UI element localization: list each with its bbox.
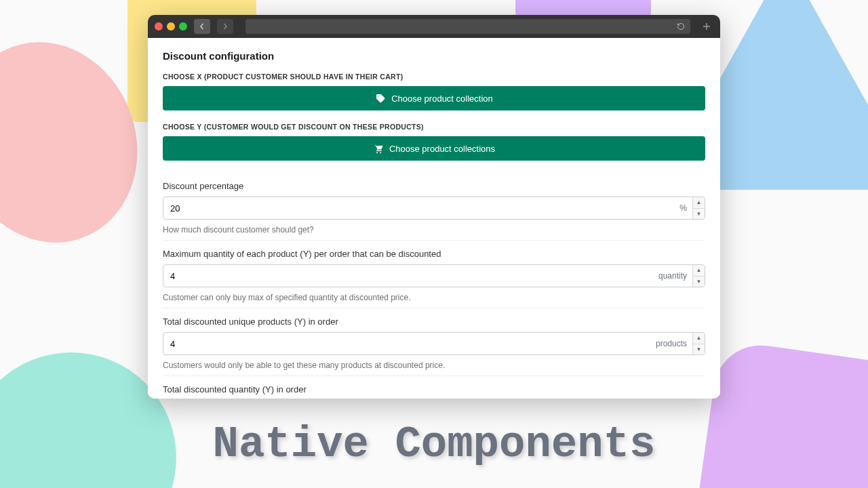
unique-products-input[interactable] [163, 333, 650, 354]
max-quantity-hint: Customer can only buy max of specified q… [163, 293, 705, 302]
new-tab-button[interactable] [700, 20, 713, 33]
footer-caption: Native Components [0, 420, 868, 469]
unique-products-suffix: products [650, 333, 692, 354]
max-quantity-stepper: ▲ ▼ [692, 265, 705, 287]
stepper-up-icon[interactable]: ▲ [693, 197, 705, 209]
stepper-down-icon[interactable]: ▼ [693, 344, 705, 355]
max-quantity-input[interactable] [163, 265, 653, 287]
cart-icon [373, 143, 384, 154]
unique-products-hint: Customers would only be able to get thes… [163, 361, 705, 370]
field-max-quantity: Maximum quantity of each product (Y) per… [163, 240, 705, 308]
stepper-down-icon[interactable]: ▼ [693, 209, 705, 220]
window-maximize-icon[interactable] [179, 22, 187, 30]
stepper-up-icon[interactable]: ▲ [693, 265, 705, 277]
field-discount-percentage: Discount percentage % ▲ ▼ How much disco… [163, 173, 705, 240]
discount-percentage-stepper: ▲ ▼ [692, 197, 705, 219]
choose-y-label: CHOOSE Y (CUSTOMER WOULD GET DISCOUNT ON… [163, 123, 705, 131]
field-total-quantity: Total discounted quantity (Y) in order p… [163, 375, 705, 399]
choose-x-button-label: Choose product collection [391, 94, 493, 104]
tag-icon [375, 93, 386, 104]
field-unique-products: Total discounted unique products (Y) in … [163, 308, 705, 375]
max-quantity-label: Maximum quantity of each product (Y) per… [163, 249, 705, 259]
stepper-up-icon[interactable]: ▲ [693, 333, 705, 344]
reload-icon[interactable] [677, 22, 685, 30]
page-content: Discount configuration CHOOSE X (PRODUCT… [148, 38, 720, 399]
stepper-down-icon[interactable]: ▼ [693, 277, 705, 287]
unique-products-input-row: products ▲ ▼ [163, 332, 705, 355]
total-quantity-label: Total discounted quantity (Y) in order [163, 384, 705, 394]
discount-percentage-hint: How much discount customer should get? [163, 225, 705, 235]
nav-back-button[interactable] [194, 19, 210, 34]
choose-x-button[interactable]: Choose product collection [163, 86, 705, 110]
window-close-icon[interactable] [155, 22, 163, 30]
choose-x-label: CHOOSE X (PRODUCT CUSTOMER SHOULD HAVE I… [163, 73, 705, 81]
discount-percentage-suffix: % [674, 197, 692, 219]
page-title: Discount configuration [163, 50, 705, 62]
discount-percentage-input[interactable] [163, 197, 674, 219]
discount-percentage-label: Discount percentage [163, 181, 705, 191]
browser-titlebar [148, 15, 720, 38]
choose-y-button[interactable]: Choose product collections [163, 136, 705, 161]
nav-forward-button[interactable] [217, 19, 233, 34]
window-minimize-icon[interactable] [167, 22, 175, 30]
max-quantity-input-row: quantity ▲ ▼ [163, 264, 705, 287]
browser-window: Discount configuration CHOOSE X (PRODUCT… [148, 15, 720, 399]
max-quantity-suffix: quantity [653, 265, 692, 287]
choose-y-button-label: Choose product collections [389, 144, 495, 154]
unique-products-label: Total discounted unique products (Y) in … [163, 317, 705, 327]
unique-products-stepper: ▲ ▼ [692, 333, 705, 354]
address-bar[interactable] [245, 19, 690, 34]
discount-percentage-input-row: % ▲ ▼ [163, 197, 705, 220]
